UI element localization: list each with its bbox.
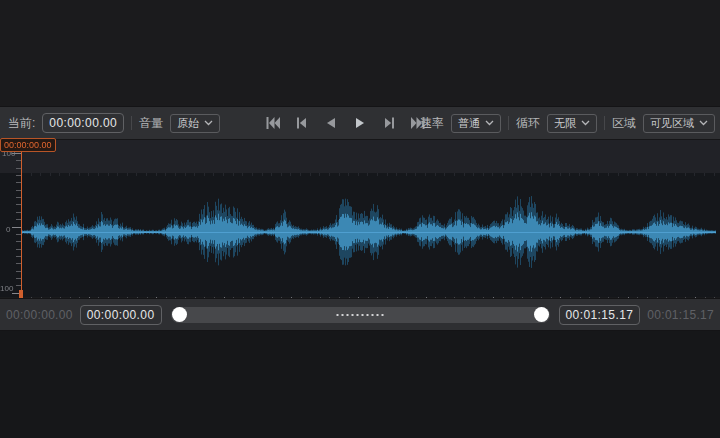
range-slider-right-handle[interactable]: [534, 307, 549, 322]
toolbar-left-group: 当前: 00:00:00.00 音量 原始: [8, 106, 220, 140]
playhead-bottom-handle[interactable]: [19, 290, 23, 298]
play-icon: [353, 117, 367, 129]
top-empty-area: [0, 0, 720, 106]
range-end-field[interactable]: 00:01:15.17: [559, 305, 641, 325]
play-reverse-button[interactable]: [321, 113, 341, 133]
range-start-value: 00:00:00.00: [87, 308, 155, 322]
chevron-down-icon: [485, 120, 494, 126]
bottom-empty-area: [0, 331, 720, 438]
rate-dropdown-value: 普通: [458, 117, 480, 130]
amplitude-axis-label-bottom: 100: [0, 284, 13, 293]
current-time-value: 00:00:00.00: [49, 116, 117, 130]
play-reverse-icon: [324, 117, 338, 129]
chevron-down-icon: [699, 120, 708, 126]
skip-to-start-button[interactable]: [263, 113, 283, 133]
loop-dropdown-value: 无限: [554, 117, 576, 130]
toolbar-right-group: 速率 普通 循环 无限 区域 可见区域: [420, 106, 715, 140]
range-bar: 00:00:00.00 00:00:00.00 00:01:15.17 00:0…: [0, 298, 720, 331]
audio-waveform[interactable]: [21, 173, 716, 297]
region-dropdown-value: 可见区域: [650, 117, 694, 130]
range-slider-grip-dots[interactable]: [337, 314, 384, 316]
playhead-line[interactable]: [21, 152, 22, 298]
range-start-field[interactable]: 00:00:00.00: [80, 305, 162, 325]
loop-label: 循环: [516, 115, 540, 132]
toolbar-separator: [604, 116, 605, 130]
chevron-down-icon: [204, 120, 213, 126]
chevron-down-icon: [581, 120, 590, 126]
step-back-icon: [295, 117, 309, 129]
toolbar-separator: [131, 116, 132, 130]
current-time-label: 当前:: [8, 115, 35, 132]
timeline-ruler[interactable]: 0 00:00:07.3400:00:14.6900:00:22.0500:00…: [0, 140, 720, 173]
step-back-button[interactable]: [292, 113, 312, 133]
current-time-field[interactable]: 00:00:00.00: [42, 113, 124, 133]
skip-start-icon: [266, 117, 280, 129]
volume-dropdown-value: 原始: [177, 117, 199, 130]
region-dropdown[interactable]: 可见区域: [643, 114, 715, 133]
step-forward-button[interactable]: [379, 113, 399, 133]
region-label: 区域: [612, 115, 636, 132]
volume-label: 音量: [139, 115, 163, 132]
loop-dropdown[interactable]: 无限: [547, 114, 597, 133]
rate-label: 速率: [420, 115, 444, 132]
amplitude-axis-ticks: [12, 153, 21, 297]
volume-dropdown[interactable]: 原始: [170, 114, 220, 133]
rate-dropdown[interactable]: 普通: [451, 114, 501, 133]
step-forward-icon: [382, 117, 396, 129]
range-start-readout: 00:00:00.00: [6, 308, 73, 322]
range-end-readout: 00:01:15.17: [647, 308, 714, 322]
range-slider-left-handle[interactable]: [172, 307, 187, 322]
toolbar-separator: [508, 116, 509, 130]
amplitude-axis-label-zero: 0: [6, 225, 10, 234]
audio-editor-window: 当前: 00:00:00.00 音量 原始 速率 普通 循环 无限 区域 可见区…: [0, 0, 720, 438]
transport-buttons-group: [263, 106, 428, 140]
zoom-range-slider[interactable]: [171, 307, 550, 323]
playhead-time-badge[interactable]: 00:00:00.00: [0, 138, 56, 152]
play-button[interactable]: [350, 113, 370, 133]
range-end-value: 00:01:15.17: [566, 308, 634, 322]
